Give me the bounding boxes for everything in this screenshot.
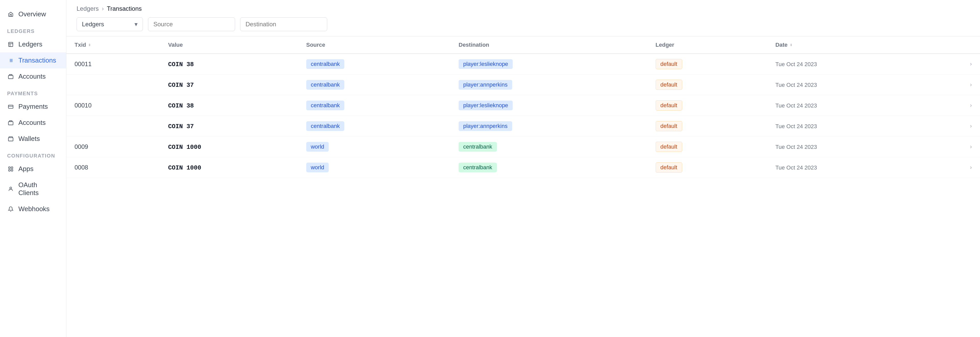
cell-action[interactable]: ›: [929, 54, 980, 75]
ledger-filter-chevron: ▾: [135, 21, 138, 28]
breadcrumb-parent[interactable]: Ledgers: [76, 5, 99, 12]
sidebar-item-ledgers[interactable]: Ledgers: [0, 36, 66, 52]
sidebar-item-transactions-label: Transactions: [18, 56, 56, 64]
sidebar-section-configuration: CONFIGURATION: [0, 147, 66, 161]
breadcrumb-separator: ›: [102, 5, 104, 12]
cell-value: COIN 38: [160, 54, 298, 75]
col-header-value: Value: [160, 37, 298, 54]
cell-destination: centralbank: [450, 157, 648, 178]
col-header-date[interactable]: Date: [767, 37, 929, 54]
home-icon: [7, 11, 14, 18]
sidebar-item-transactions[interactable]: Transactions: [0, 52, 66, 68]
accounts-ledger-icon: [7, 73, 14, 80]
cell-action[interactable]: ›: [929, 75, 980, 95]
main-content: Ledgers › Transactions Ledgers ▾ Txid: [66, 0, 980, 337]
svg-rect-3: [8, 121, 13, 125]
transactions-table-container: Txid Value Source Destination: [66, 37, 980, 337]
sidebar-item-accounts-payments[interactable]: Accounts: [0, 114, 66, 131]
table-row[interactable]: 0009 COIN 1000 world centralbank default…: [66, 137, 980, 157]
sidebar: Overview LEDGERS Ledgers Transactions Ac…: [0, 0, 66, 337]
cell-source: world: [298, 157, 450, 178]
cell-destination: player:annperkins: [450, 75, 648, 95]
table-row[interactable]: 00010 COIN 38 centralbank player:lesliek…: [66, 95, 980, 116]
filters-bar: Ledgers ▾: [76, 17, 970, 31]
sidebar-item-accounts-ledger-label: Accounts: [18, 73, 46, 80]
payments-icon: [7, 103, 14, 110]
cell-date: Tue Oct 24 2023: [767, 95, 929, 116]
cell-value: COIN 1000: [160, 157, 298, 178]
table-row[interactable]: COIN 37 centralbank player:annperkins de…: [66, 75, 980, 95]
cell-txid: 0008: [66, 157, 160, 178]
cell-date: Tue Oct 24 2023: [767, 137, 929, 157]
table-row[interactable]: COIN 37 centralbank player:annperkins de…: [66, 116, 980, 137]
cell-value: COIN 1000: [160, 137, 298, 157]
cell-action[interactable]: ›: [929, 157, 980, 178]
col-header-destination: Destination: [450, 37, 648, 54]
cell-value: COIN 37: [160, 75, 298, 95]
source-filter-input[interactable]: [148, 17, 235, 31]
sidebar-item-payments-label: Payments: [18, 103, 48, 111]
cell-ledger: default: [648, 157, 767, 178]
accounts-payments-icon: [7, 119, 14, 126]
ledger-filter-label: Ledgers: [82, 21, 104, 28]
webhooks-icon: [7, 205, 14, 213]
sidebar-item-wallets[interactable]: Wallets: [0, 131, 66, 147]
svg-point-8: [10, 187, 11, 189]
sidebar-item-webhooks-label: Webhooks: [18, 205, 49, 213]
ledger-icon: [7, 41, 14, 48]
cell-ledger: default: [648, 95, 767, 116]
sidebar-item-accounts-ledger[interactable]: Accounts: [0, 68, 66, 84]
svg-rect-6: [9, 169, 10, 171]
cell-txid: [66, 75, 160, 95]
sidebar-item-wallets-label: Wallets: [18, 135, 40, 143]
cell-action[interactable]: ›: [929, 95, 980, 116]
cell-source: world: [298, 137, 450, 157]
col-header-source: Source: [298, 37, 450, 54]
cell-destination: player:annperkins: [450, 116, 648, 137]
cell-date: Tue Oct 24 2023: [767, 54, 929, 75]
cell-ledger: default: [648, 75, 767, 95]
destination-filter-input[interactable]: [240, 17, 327, 31]
cell-txid: 00011: [66, 54, 160, 75]
page-header: Ledgers › Transactions Ledgers ▾: [66, 0, 980, 37]
sidebar-item-webhooks[interactable]: Webhooks: [0, 201, 66, 217]
sidebar-item-apps-label: Apps: [18, 165, 33, 173]
date-sort-icon: [789, 43, 793, 47]
cell-action[interactable]: ›: [929, 137, 980, 157]
txid-sort-icon: [88, 43, 92, 47]
col-header-ledger: Ledger: [648, 37, 767, 54]
cell-source: centralbank: [298, 54, 450, 75]
cell-txid: 0009: [66, 137, 160, 157]
table-row[interactable]: 0008 COIN 1000 world centralbank default…: [66, 157, 980, 178]
sidebar-item-apps[interactable]: Apps: [0, 161, 66, 177]
cell-date: Tue Oct 24 2023: [767, 75, 929, 95]
apps-icon: [7, 165, 14, 173]
svg-rect-5: [11, 167, 13, 168]
sidebar-item-oauth-clients-label: OAuth Clients: [18, 181, 59, 197]
table-row[interactable]: 00011 COIN 38 centralbank player:lesliek…: [66, 54, 980, 75]
cell-destination: player:leslieknope: [450, 54, 648, 75]
table-header-row: Txid Value Source Destination: [66, 37, 980, 54]
cell-destination: player:leslieknope: [450, 95, 648, 116]
col-header-actions: [929, 37, 980, 54]
cell-txid: [66, 116, 160, 137]
cell-destination: centralbank: [450, 137, 648, 157]
wallets-icon: [7, 135, 14, 143]
svg-rect-0: [9, 42, 13, 46]
sidebar-item-overview[interactable]: Overview: [0, 6, 66, 22]
sidebar-item-accounts-payments-label: Accounts: [18, 119, 46, 127]
cell-txid: 00010: [66, 95, 160, 116]
sidebar-item-payments[interactable]: Payments: [0, 99, 66, 114]
cell-source: centralbank: [298, 75, 450, 95]
cell-action[interactable]: ›: [929, 116, 980, 137]
ledger-filter[interactable]: Ledgers ▾: [76, 17, 143, 31]
svg-rect-7: [11, 169, 13, 171]
transactions-table: Txid Value Source Destination: [66, 37, 980, 178]
sidebar-item-ledgers-label: Ledgers: [18, 40, 42, 48]
sidebar-section-ledgers: LEDGERS: [0, 22, 66, 36]
sidebar-item-overview-label: Overview: [18, 10, 46, 18]
col-header-txid[interactable]: Txid: [66, 37, 160, 54]
breadcrumb: Ledgers › Transactions: [76, 5, 970, 12]
cell-value: COIN 38: [160, 95, 298, 116]
sidebar-item-oauth-clients[interactable]: OAuth Clients: [0, 177, 66, 201]
